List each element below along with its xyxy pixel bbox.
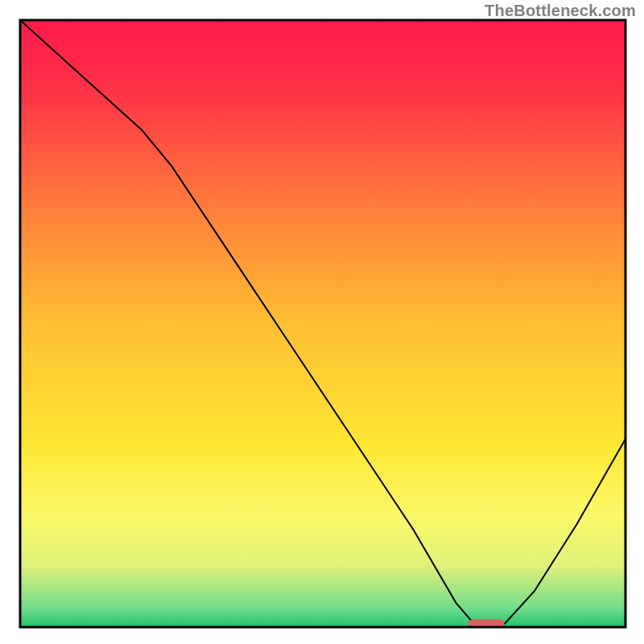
- gradient-background: [20, 20, 625, 627]
- bottleneck-chart: [0, 0, 644, 644]
- watermark-text: TheBottleneck.com: [485, 2, 636, 20]
